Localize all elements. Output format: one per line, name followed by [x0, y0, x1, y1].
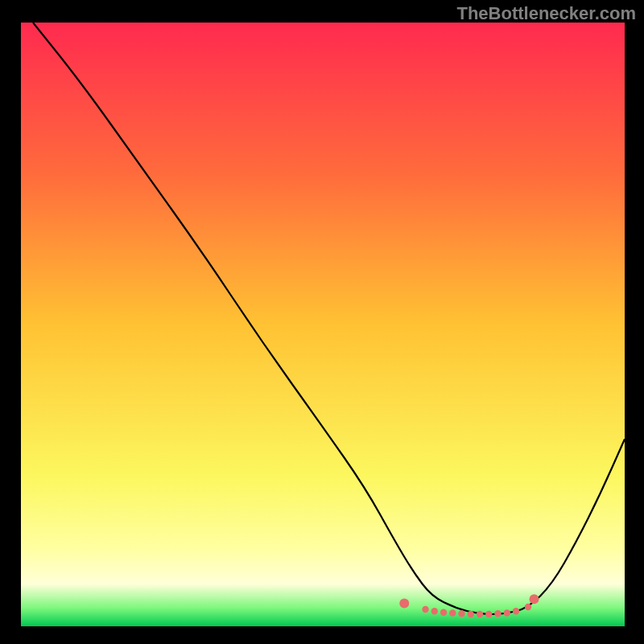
- curve-marker: [440, 609, 447, 616]
- curve-marker: [399, 599, 409, 609]
- curve-marker: [513, 608, 519, 614]
- curve-marker: [458, 610, 464, 617]
- curve-marker: [504, 609, 510, 616]
- chart-area: [21, 23, 625, 626]
- chart-svg: [21, 23, 625, 626]
- curve-marker: [422, 606, 428, 613]
- watermark-text: TheBottlenecker.com: [456, 3, 636, 24]
- gradient-background: [21, 23, 625, 626]
- curve-marker: [477, 611, 483, 617]
- curve-marker: [449, 609, 456, 616]
- curve-marker: [494, 610, 501, 617]
- curve-marker: [431, 608, 438, 614]
- curve-marker: [530, 594, 539, 604]
- curve-marker: [525, 604, 531, 610]
- curve-marker: [485, 611, 492, 617]
- curve-marker: [468, 611, 474, 617]
